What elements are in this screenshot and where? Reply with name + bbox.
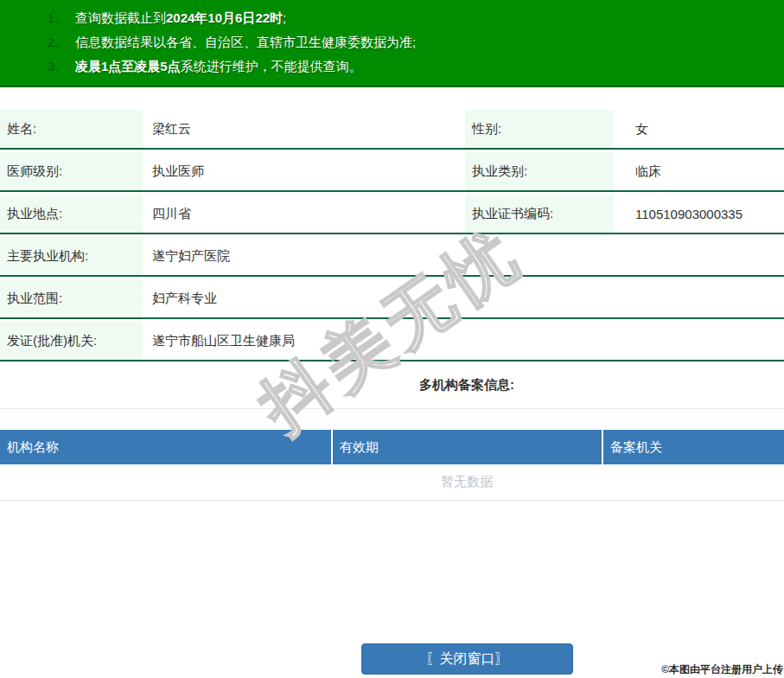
notice-text: 信息数据结果以各省、自治区、直辖市卫生健康委数据为准;: [75, 35, 416, 49]
name-value: 梁红云: [145, 110, 463, 148]
close-window-button[interactable]: 〖关闭窗口〗: [361, 643, 573, 675]
issuing-authority-label: 发证(批准)机关:: [0, 322, 143, 360]
practice-scope-value: 妇产科专业: [145, 279, 784, 317]
practice-location-label: 执业地点:: [0, 195, 143, 233]
info-row-name-gender: 姓名: 梁红云 性别: 女: [0, 110, 784, 152]
doctor-level-value: 执业医师: [145, 152, 463, 190]
main-institution-label: 主要执业机构:: [0, 237, 143, 275]
column-institution-name: 机构名称: [0, 430, 331, 464]
info-row-scope: 执业范围: 妇产科专业: [0, 279, 784, 322]
info-row-level-category: 医师级别: 执业医师 执业类别: 临床: [0, 152, 784, 195]
info-row-institution: 主要执业机构: 遂宁妇产医院: [0, 237, 784, 279]
notice-line-1: 1、查询数据截止到2024年10月6日22时;: [48, 6, 784, 30]
filing-section-title: 多机构备案信息:: [0, 374, 784, 395]
notice-number: 3、: [48, 54, 75, 79]
practice-category-label: 执业类别:: [465, 152, 614, 190]
divider-line: [0, 408, 784, 409]
practice-scope-label: 执业范围:: [0, 279, 143, 317]
notice-text: 查询数据截止到: [75, 10, 166, 25]
license-number-label: 执业证书编码:: [465, 195, 614, 233]
filing-section: 多机构备案信息: 机构名称 有效期 备案机关 暂无数据: [0, 372, 784, 395]
notice-banner: 1、查询数据截止到2024年10月6日22时; 2、信息数据结果以各省、自治区、…: [0, 0, 784, 87]
upload-credit-text: ©本图由平台注册用户上传: [661, 662, 783, 677]
notice-text-bold: 凌晨1点至凌晨5点: [75, 59, 181, 74]
column-validity-period: 有效期: [331, 430, 602, 464]
practitioner-info-table: 姓名: 梁红云 性别: 女 医师级别: 执业医师 执业类别: 临床 执业地点: …: [0, 110, 784, 364]
no-data-placeholder: 暂无数据: [0, 464, 784, 501]
column-filing-authority: 备案机关: [602, 430, 784, 464]
license-number-value: 110510903000335: [616, 195, 784, 233]
notice-text: 系统进行维护，不能提供查询。: [181, 59, 362, 74]
notice-line-2: 2、信息数据结果以各省、自治区、直辖市卫生健康委数据为准;: [48, 30, 784, 54]
main-institution-value: 遂宁妇产医院: [145, 237, 784, 275]
practice-category-value: 临床: [616, 152, 784, 190]
name-label: 姓名:: [0, 110, 143, 148]
doctor-level-label: 医师级别:: [0, 152, 143, 190]
notice-text-bold: 2024年10月6日22时: [166, 10, 283, 25]
gender-label: 性别:: [465, 110, 614, 148]
notice-number: 1、: [48, 6, 75, 30]
notice-number: 2、: [48, 30, 75, 54]
gender-value: 女: [616, 110, 784, 148]
practice-location-value: 四川省: [145, 195, 463, 233]
notice-line-3: 3、凌晨1点至凌晨5点系统进行维护，不能提供查询。: [48, 54, 784, 79]
notice-text: ;: [283, 10, 286, 25]
info-row-authority: 发证(批准)机关: 遂宁市船山区卫生健康局: [0, 322, 784, 364]
issuing-authority-value: 遂宁市船山区卫生健康局: [145, 322, 784, 360]
info-row-location-license: 执业地点: 四川省 执业证书编码: 110510903000335: [0, 195, 784, 237]
filing-table-header: 机构名称 有效期 备案机关: [0, 430, 784, 464]
